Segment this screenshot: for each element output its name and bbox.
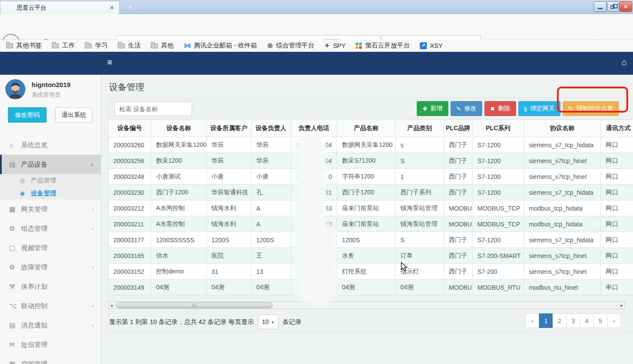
column-header[interactable]: 设备所属客户	[207, 120, 251, 137]
table-row[interactable]: 200003152 控制demo 31 13 18 灯控系统 指示灯 西门子 S…	[109, 264, 633, 280]
bookmark-tencent-exmail[interactable]: ⋈ 腾讯企业邮箱 - 收件箱	[184, 41, 257, 50]
sidebar-item-label: 短信管理	[21, 341, 94, 349]
cell-product: 1200S	[337, 232, 396, 248]
tab-title: 思普云平台	[17, 4, 109, 12]
sidebar-collapse-icon[interactable]: ≡	[107, 58, 112, 67]
cell-customer: 1200S	[207, 232, 251, 248]
book-icon: ▤	[9, 160, 21, 168]
cell-protocol: modbus_rtu_hinet	[524, 280, 601, 295]
sidebar-item-product-mgmt[interactable]: ◎ 产品管理	[0, 174, 101, 187]
browser-tab[interactable]: 思普云平台 ×	[0, 1, 120, 14]
column-header[interactable]: 设备负责人	[251, 120, 291, 137]
cell-device-name: 小唐测试	[151, 169, 207, 185]
minimize-button[interactable]	[594, 1, 607, 12]
cell-product: 庙来门前泵站	[337, 200, 396, 216]
sidebar-item-space-mgmt[interactable]: ▦ 空间管理	[0, 354, 101, 364]
change-password-button[interactable]: 修改密码	[8, 107, 47, 123]
button-label: 绑定网关	[530, 105, 555, 113]
sidebar-item-maintenance-plan[interactable]: ⚒ 保养计划	[0, 277, 101, 296]
bookmark-study-folder[interactable]: 学习	[85, 41, 108, 50]
column-header[interactable]: 产品类别	[396, 120, 444, 137]
sidebar-item-sms-mgmt[interactable]: ✉ 短信管理	[0, 335, 101, 354]
logout-button[interactable]: 退出系统	[55, 107, 92, 123]
column-header[interactable]: 协议名称	[524, 120, 601, 137]
sidebar-item-message-notify[interactable]: ▤ 消息通知 ‹	[0, 316, 101, 335]
page-1[interactable]: 1	[539, 313, 553, 328]
cell-device-id: 200003177	[109, 232, 151, 248]
sidebar-item-scada-mgmt[interactable]: ⚙ 组态管理 ‹	[0, 219, 101, 238]
cell-customer: 华辰	[207, 153, 251, 169]
sidebar-item-system-overview[interactable]: ⌂ 系统总览	[0, 135, 101, 155]
cell-device-name: A水泵控制	[151, 216, 207, 232]
cell-plc-series: MODBUS_TCP	[473, 216, 524, 232]
bookmark-mgmt-platform[interactable]: ⊕ 综合管理平台	[267, 41, 314, 50]
page-size-select[interactable]: 10 ▲	[258, 314, 279, 329]
page-next[interactable]: ›	[607, 313, 621, 328]
scroll-left-icon[interactable]: ◂	[109, 303, 114, 308]
sidebar-item-label: 空间管理	[21, 360, 94, 364]
bookmark-ezviz-open[interactable]: 萤石云开放平台	[356, 41, 410, 50]
page-4[interactable]: 4	[580, 313, 594, 328]
bookmark-misc-folder[interactable]: 其他	[151, 41, 174, 50]
sidebar-item-fault-mgmt[interactable]: ⚙ 故障管理 ‹	[0, 258, 101, 277]
minimize-icon	[598, 8, 603, 9]
cell-comm-type: 网口	[601, 248, 633, 264]
page-2[interactable]: 2	[553, 313, 567, 328]
horizontal-scrollbar[interactable]: ◂ ▸	[108, 302, 625, 309]
page-title: 设备管理	[109, 81, 144, 93]
column-header[interactable]: PLC品牌	[444, 120, 473, 137]
link-icon: §	[524, 106, 527, 112]
page-5[interactable]: 5	[593, 313, 608, 328]
button-label: 修改	[464, 105, 477, 113]
column-header[interactable]: PLC系列	[473, 120, 524, 137]
delete-button[interactable]: ✖删除	[484, 101, 516, 116]
monitor-icon: ▢	[9, 244, 21, 252]
bookmark-other-folder[interactable]: 其他书签	[6, 41, 42, 50]
add-button[interactable]: ✚新增	[417, 101, 448, 116]
table-row[interactable]: 200003149 04测 04测 04测 158 04测 04测 MODBUS…	[109, 280, 633, 295]
sidebar-item-product-device[interactable]: ▤ 产品设备 ∨	[0, 155, 101, 174]
cell-plc-series: S7-1200	[473, 137, 524, 153]
bind-gateway-button[interactable]: §绑定网关	[518, 101, 560, 116]
cell-owner: 04测	[251, 280, 291, 295]
sidebar-item-video-mgmt[interactable]: ▢ 视频管理	[0, 238, 101, 258]
bookmark-spy[interactable]: ✈ SPY	[324, 42, 346, 50]
table-row[interactable]: 200003256 数采1200 华辰 华辰 104 数采S71200 S 西门…	[109, 153, 633, 169]
column-header[interactable]: 负责人电话	[291, 120, 337, 137]
table-row[interactable]: 200003177 1200SSSSSS 1200S 1200S 88 1200…	[109, 232, 633, 248]
bookmark-xsy[interactable]: ↗ XSY	[420, 42, 443, 49]
table-row[interactable]: 200003211 A水泵控制 镇海水利 A 33 庙来门前泵站 镇海泵站管理 …	[109, 216, 633, 232]
table-row[interactable]: 200003260 数据网关采集1200 华辰 华辰 104 数据网关采集120…	[109, 137, 633, 153]
page-prev[interactable]: ‹	[525, 313, 539, 328]
table-row[interactable]: 200003212 A水闸控制 镇海水利 A 33 庙来门前泵站 镇海泵站管理 …	[109, 200, 633, 216]
app-topbar: ≡ ⌂	[0, 52, 633, 75]
edit-button[interactable]: ✎修改	[451, 101, 482, 116]
scrollbar-thumb[interactable]	[116, 302, 273, 308]
app-home-icon[interactable]: ⌂	[622, 57, 627, 67]
page-3[interactable]: 3	[566, 313, 580, 328]
table-row[interactable]: 200003230 西门子1200 华辰智通科技 孔 131 西门子1200 西…	[109, 185, 633, 200]
tab-close-icon[interactable]: ×	[109, 4, 115, 12]
sidebar-item-gateway-mgmt[interactable]: ▦ 网关管理 ‹	[0, 200, 101, 219]
sidebar-item-linkage-control[interactable]: ⌥ 联动控制 ‹	[0, 296, 101, 316]
cell-device-id: 200003211	[109, 216, 151, 232]
new-tab-button[interactable]: +	[123, 2, 137, 13]
device-search-input[interactable]	[114, 102, 192, 116]
cell-device-id: 200003256	[109, 153, 151, 169]
restore-button[interactable]	[607, 1, 619, 12]
bookmark-work-folder[interactable]: 工作	[52, 41, 75, 50]
sidebar-item-device-mgmt[interactable]: ◉ 设备管理	[0, 187, 101, 200]
column-header[interactable]: 通讯方式	[601, 120, 633, 137]
bookmark-label: 综合管理平台	[276, 41, 314, 50]
bookmark-life-folder[interactable]: 生活	[118, 41, 141, 50]
table-row[interactable]: 200003248 小唐测试 小唐 小唐 10 字符串1200 1 西门子 S7…	[109, 169, 633, 185]
column-header[interactable]: 设备名称	[151, 120, 207, 137]
cell-customer: 华辰智通科技	[207, 185, 251, 200]
column-header[interactable]: 产品名称	[337, 120, 396, 137]
column-header[interactable]: 设备编号	[109, 120, 151, 137]
cell-category: 镇海泵站管理	[396, 216, 444, 232]
caret-up-icon: ▲	[271, 320, 274, 324]
table-row[interactable]: 200003165 供水 医院 王 41 水务 订单 西门子 S7-200-SM…	[109, 248, 633, 264]
scroll-right-icon[interactable]: ▸	[619, 303, 625, 308]
close-button[interactable]: ×	[619, 1, 632, 12]
